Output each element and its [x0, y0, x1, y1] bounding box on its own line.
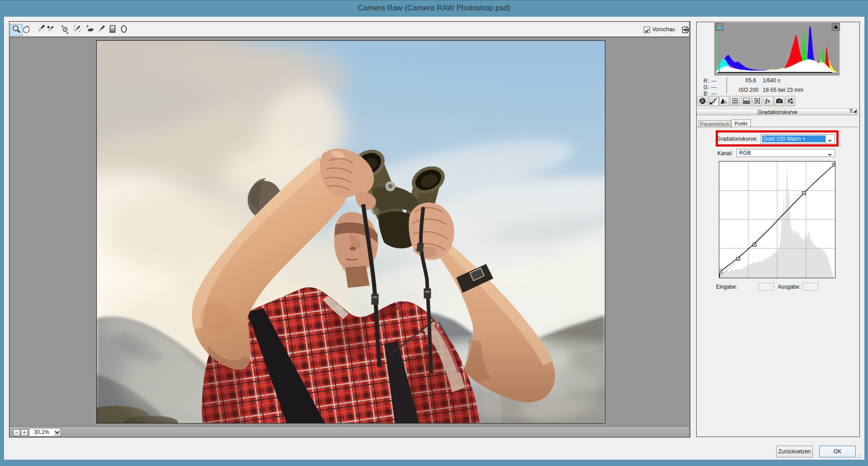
svg-text:fx: fx — [765, 98, 770, 104]
